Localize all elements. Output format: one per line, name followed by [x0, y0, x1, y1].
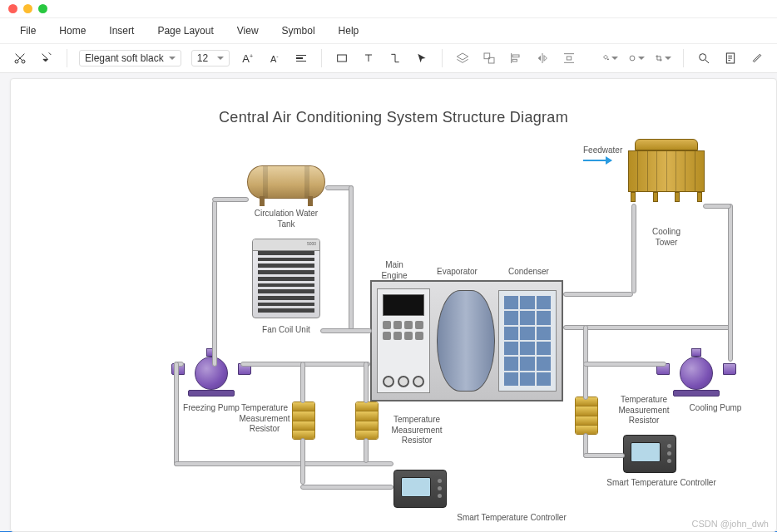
menu-insert[interactable]: Insert [97, 22, 146, 40]
menu-file[interactable]: File [8, 22, 47, 40]
feedwater-arrow-icon [583, 160, 611, 161]
toolbar: Elegant soft black 12 A+ A- [0, 44, 777, 73]
connector-tool-icon[interactable] [387, 50, 403, 66]
diagram-title: Central Air Conditioning System Structur… [11, 109, 776, 126]
fan-coil-display: 5000 [253, 239, 319, 251]
pipe [563, 325, 733, 330]
pipe [703, 204, 731, 209]
close-icon[interactable] [8, 4, 17, 13]
pipe [631, 204, 636, 293]
main-engine[interactable] [370, 280, 563, 401]
canvas[interactable]: Central Air Conditioning System Structur… [10, 78, 777, 532]
font-size-select[interactable]: 12 [191, 50, 230, 66]
crop-icon[interactable] [655, 50, 671, 66]
svg-rect-5 [512, 55, 519, 57]
shape-outline-icon[interactable] [628, 50, 645, 66]
svg-rect-7 [567, 57, 571, 60]
menu-help[interactable]: Help [327, 22, 371, 40]
pipe [320, 328, 372, 333]
svg-point-8 [607, 58, 609, 60]
pointer-tool-icon[interactable] [413, 50, 430, 66]
pipe [364, 362, 369, 403]
page-icon[interactable] [722, 50, 739, 66]
pipe [300, 438, 305, 485]
svg-rect-2 [337, 55, 346, 62]
label-resistor-1: Temperature Measurement Resistor [235, 403, 294, 435]
label-fan-coil: Fan Coil Unit [260, 325, 312, 336]
increase-font-icon[interactable]: A+ [240, 50, 256, 66]
align-icon[interactable] [293, 50, 309, 66]
label-evaporator: Evaporator [437, 267, 478, 278]
label-circulation-tank: Circulation Water Tank [254, 209, 319, 229]
label-cooling-pump: Cooling Pump [686, 403, 745, 414]
label-resistor-3: Temperature Measurement Resistor [606, 395, 681, 426]
temperature-resistor-2[interactable] [355, 401, 379, 440]
group-icon[interactable] [481, 50, 497, 66]
zoom-icon[interactable] [38, 4, 47, 13]
pipe [349, 185, 354, 330]
label-freezing-pump: Freezing Pump [179, 403, 244, 414]
pipe [563, 292, 633, 297]
pipe [583, 362, 666, 367]
label-main-engine: Main Engine [377, 260, 412, 281]
pipe [728, 204, 733, 362]
chevron-down-icon [217, 57, 224, 60]
menu-bar: File Home Insert Page Layout View Symbol… [0, 18, 777, 44]
label-feedwater: Feedwater [583, 145, 622, 156]
menu-view[interactable]: View [225, 22, 270, 40]
font-family-value: Elegant soft black [85, 52, 164, 64]
svg-point-10 [700, 54, 706, 61]
label-resistor-2: Temperature Measurement Resistor [387, 415, 447, 446]
pipe [364, 438, 369, 463]
align-left-icon[interactable] [507, 50, 524, 66]
cut-icon[interactable] [12, 50, 28, 66]
decrease-font-icon[interactable]: A- [266, 50, 283, 66]
smart-controller-1[interactable] [393, 470, 447, 508]
pipe [300, 362, 305, 403]
pipe [300, 485, 393, 490]
label-controller-1: Smart Temperature Controller [453, 513, 570, 524]
freezing-pump[interactable] [181, 338, 241, 397]
fan-coil-unit[interactable]: 5000 [252, 239, 320, 318]
svg-rect-6 [512, 59, 517, 62]
temperature-resistor-3[interactable] [575, 397, 598, 435]
pipe [174, 362, 179, 466]
cooling-tower[interactable] [628, 139, 705, 202]
search-icon[interactable] [695, 50, 712, 66]
label-condenser: Condenser [508, 267, 549, 278]
label-cooling-tower: Cooling Tower [641, 227, 691, 248]
menu-symbol[interactable]: Symbol [270, 22, 327, 40]
text-tool-icon[interactable] [360, 50, 377, 66]
cooling-pump[interactable] [666, 338, 726, 397]
pipe [174, 461, 393, 466]
layers-icon[interactable] [454, 50, 471, 66]
smart-controller-2[interactable] [623, 435, 676, 473]
temperature-resistor-1[interactable] [292, 401, 315, 440]
pipe [240, 362, 370, 367]
circulation-water-tank[interactable] [247, 165, 325, 199]
font-size-value: 12 [197, 52, 208, 64]
flip-icon[interactable] [534, 50, 551, 66]
watermark: CSDN @john_dwh [692, 519, 770, 529]
format-painter-icon[interactable] [38, 50, 55, 66]
distribute-icon[interactable] [561, 50, 577, 66]
minimize-icon[interactable] [23, 4, 32, 13]
menu-page-layout[interactable]: Page Layout [146, 22, 225, 40]
pipe [583, 453, 625, 458]
rectangle-tool-icon[interactable] [334, 50, 350, 66]
pipe [212, 200, 217, 367]
menu-home[interactable]: Home [47, 22, 97, 40]
font-family-select[interactable]: Elegant soft black [79, 50, 181, 66]
chevron-down-icon [169, 57, 176, 60]
svg-point-9 [630, 56, 635, 61]
fill-color-icon[interactable] [601, 50, 618, 66]
pen-underline-icon[interactable] [749, 50, 765, 66]
pipe [212, 197, 249, 202]
label-controller-2: Smart Temperature Controller [603, 478, 720, 489]
